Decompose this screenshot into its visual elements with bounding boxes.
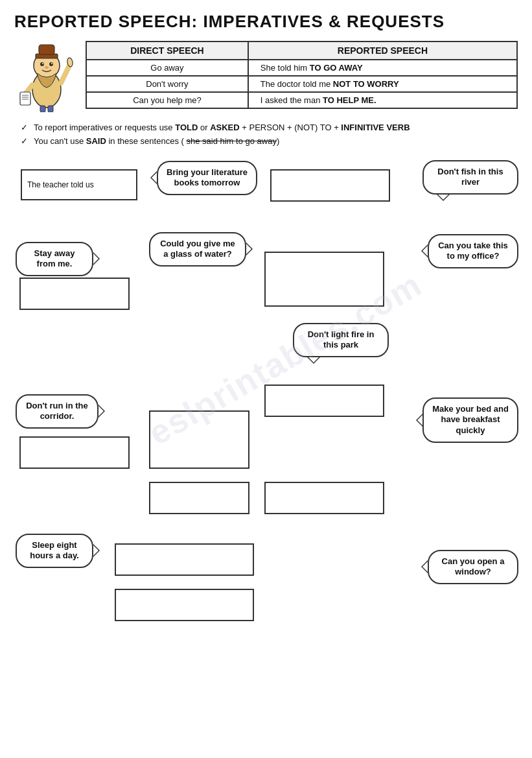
- answer-box-4[interactable]: [264, 385, 384, 417]
- answer-box-3[interactable]: [264, 252, 384, 307]
- rules-section: ✓ To report imperatives or requests use …: [14, 121, 518, 148]
- svg-rect-17: [48, 106, 53, 112]
- bubble-7-text: Don't run in the corridor.: [26, 401, 88, 421]
- bubble-2-text: Don't fish in this river: [437, 167, 503, 187]
- bubble-4: Could you give me a glass of water?: [149, 232, 246, 267]
- rule-1-text: To report imperatives or requests use TO…: [34, 121, 410, 135]
- svg-point-8: [45, 66, 49, 69]
- bubble-8: Make your bed and have breakfast quickly: [422, 397, 518, 444]
- bubble-6-text: Don't light fire in this park: [308, 329, 375, 350]
- col-reported-header: REPORTED SPEECH: [248, 41, 517, 60]
- reported-1: She told him TO GO AWAY: [248, 60, 517, 76]
- direct-1: Go away: [86, 60, 248, 76]
- answer-box-6[interactable]: [149, 410, 249, 469]
- bubble-8-text: Make your bed and have breakfast quickly: [432, 404, 509, 436]
- answer-box-5[interactable]: [19, 436, 130, 469]
- bubble-10-text: Can you open a window?: [442, 556, 505, 577]
- answer-box-7[interactable]: [149, 482, 249, 514]
- reported-3: I asked the man TO HELP ME.: [248, 92, 517, 108]
- svg-rect-16: [40, 106, 45, 112]
- prefix-text: The teacher told us: [27, 180, 94, 189]
- table-row: Can you help me? I asked the man TO HELP…: [86, 92, 517, 108]
- prefix-box: The teacher told us: [21, 169, 137, 200]
- check-icon: ✓: [21, 121, 30, 135]
- bubble-4-text: Could you give me a glass of water?: [160, 239, 235, 259]
- svg-point-5: [49, 62, 53, 66]
- page-title: REPORTED SPEECH: IMPERATIVES & REQUESTS: [14, 12, 518, 32]
- svg-point-6: [42, 63, 43, 64]
- answer-box-8[interactable]: [264, 482, 384, 514]
- bubble-7: Don't run in the corridor.: [16, 394, 98, 429]
- svg-point-7: [51, 63, 52, 64]
- bubble-1: Bring your literature books tomorrow: [157, 161, 257, 196]
- answer-box-2[interactable]: [19, 278, 130, 310]
- exercise-area: eslprintables.com The teacher told us Br…: [14, 158, 520, 722]
- bubble-9-text: Sleep eight hours a day.: [30, 540, 79, 561]
- bubble-5-text: Can you take this to my office?: [438, 241, 508, 261]
- answer-box-10[interactable]: [115, 589, 254, 621]
- svg-rect-12: [20, 92, 30, 105]
- bubble-3: Stay away from me.: [16, 242, 93, 277]
- bubble-2: Don't fish in this river: [422, 160, 518, 195]
- svg-line-9: [61, 65, 69, 83]
- col-direct-header: DIRECT SPEECH: [86, 41, 248, 60]
- reported-2: The doctor told me NOT TO WORRY: [248, 76, 517, 92]
- bubble-1-text: Bring your literature books tomorrow: [167, 167, 248, 188]
- table-row: Don't worry The doctor told me NOT TO WO…: [86, 76, 517, 92]
- svg-rect-3: [39, 45, 54, 54]
- bubble-3-text: Stay away from me.: [34, 248, 75, 269]
- svg-point-4: [40, 62, 44, 66]
- bubble-10: Can you open a window?: [428, 550, 518, 585]
- answer-box-9[interactable]: [115, 543, 254, 576]
- answer-box-1[interactable]: [270, 169, 390, 202]
- table-row: Go away She told him TO GO AWAY: [86, 60, 517, 76]
- rule-1: ✓ To report imperatives or requests use …: [21, 121, 518, 135]
- bubble-6: Don't light fire in this park: [293, 323, 389, 358]
- mascot: [14, 41, 79, 112]
- rule-2: ✓ You can't use SAID in these sentences …: [21, 135, 518, 148]
- rule-2-text: You can't use SAID in these sentences ( …: [34, 135, 279, 148]
- bubble-9: Sleep eight hours a day.: [16, 534, 93, 569]
- check-icon-2: ✓: [21, 135, 30, 148]
- speech-table: DIRECT SPEECH REPORTED SPEECH Go away Sh…: [86, 41, 518, 109]
- header-area: DIRECT SPEECH REPORTED SPEECH Go away Sh…: [14, 41, 518, 112]
- direct-3: Can you help me?: [86, 92, 248, 108]
- bubble-5: Can you take this to my office?: [428, 234, 518, 269]
- direct-2: Don't worry: [86, 76, 248, 92]
